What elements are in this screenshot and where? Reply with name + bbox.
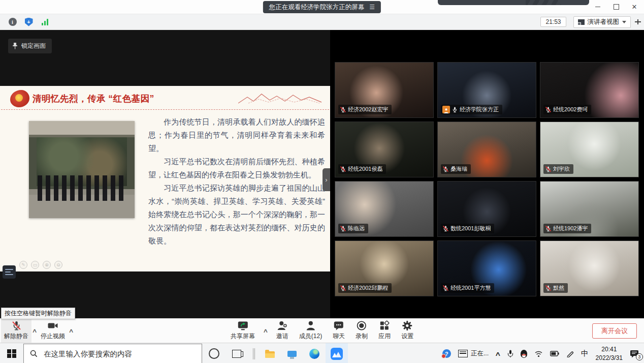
view-mode-button[interactable]: 演讲者视图 xyxy=(573,16,631,28)
viewer-banner-text: 您正在观看经济学院张方正的屏幕 xyxy=(269,3,365,11)
participant-video-tile[interactable]: 桑海瑞 xyxy=(437,122,536,177)
window-titlebar: 您正在观看经济学院张方正的屏幕 ☰ ✕ xyxy=(0,0,644,14)
microphone-icon xyxy=(507,350,513,358)
record-button[interactable]: 录制 xyxy=(352,319,371,343)
pencil-annotate-icon[interactable]: ✎ xyxy=(19,261,27,269)
mic-muted-icon xyxy=(340,225,346,232)
floating-toolbar-collapsed[interactable] xyxy=(438,0,589,5)
participant-video-tile[interactable]: 默然 xyxy=(540,240,639,296)
participant-video-tile[interactable]: 经济2002赵宏宇 xyxy=(335,62,434,118)
video-options-chevron[interactable]: ∧ xyxy=(67,327,76,334)
maximize-button[interactable] xyxy=(609,2,623,12)
participant-name: 经统2001平方慧 xyxy=(450,284,491,292)
network-tray-button[interactable] xyxy=(531,343,546,363)
invite-button[interactable]: 邀请 xyxy=(273,319,292,343)
members-icon xyxy=(305,320,316,331)
taskbar-clock[interactable]: 20:41 2022/3/31 xyxy=(593,343,626,363)
monitor-icon xyxy=(287,351,297,357)
windows-logo-icon xyxy=(7,349,16,358)
qq-tray-button[interactable] xyxy=(518,343,530,363)
leave-meeting-button[interactable]: 离开会议 xyxy=(592,323,637,339)
close-button[interactable]: ✕ xyxy=(628,2,641,12)
caret-down-icon xyxy=(622,21,626,23)
taskbar-search[interactable] xyxy=(23,344,202,363)
chat-button[interactable]: 聊天 xyxy=(330,319,348,343)
shape-annotate-icon[interactable]: ▭ xyxy=(31,261,39,269)
participant-video-tile[interactable]: 陈临远 xyxy=(335,181,434,237)
running-app-button[interactable]: 正在... xyxy=(455,343,492,363)
pin-view-button[interactable]: 锁定画面 xyxy=(8,39,52,53)
participant-name-tag: 经统2001平方慧 xyxy=(441,283,494,293)
participant-video-tile[interactable]: 经统1902潘宇 xyxy=(540,181,639,237)
members-button[interactable]: 成员(12) xyxy=(296,319,325,343)
zoom-in-icon[interactable]: ⊕ xyxy=(43,261,51,269)
stop-video-label: 停止视频 xyxy=(41,332,65,341)
participant-name-tag: 经济2002邱鹏程 xyxy=(338,283,392,293)
participant-video-tile[interactable]: 经统2001侯磊 xyxy=(335,122,434,177)
record-icon xyxy=(356,320,367,331)
slide-paragraph: 作为传统节日，清明承载着人们对故人的缅怀追思；作为春日里的节气，清明同样孕育着未… xyxy=(148,115,325,155)
file-explorer-button[interactable] xyxy=(259,343,281,363)
app-window-icon xyxy=(458,350,468,357)
task-view-button[interactable] xyxy=(226,343,248,363)
stop-video-button[interactable]: 停止视频 xyxy=(38,319,68,343)
notification-count-badge: 3 xyxy=(636,353,643,360)
participant-video-tile[interactable]: 经统2001平方慧 xyxy=(437,240,536,296)
slide-title: 清明忆先烈，传承 “红色基因” xyxy=(33,93,154,105)
participant-name: 经济2002邱鹏程 xyxy=(348,284,388,292)
this-pc-button[interactable] xyxy=(281,343,303,363)
more-menu-icon[interactable]: ☰ xyxy=(369,3,375,11)
participant-grid: 经济2002赵宏宇 经济学院张方正 xyxy=(330,30,644,296)
participant-name-tag: 经统2001侯磊 xyxy=(338,164,386,174)
tray-mic-button[interactable] xyxy=(504,343,517,363)
panel-expand-handle[interactable]: › xyxy=(323,168,330,191)
settings-button[interactable]: 设置 xyxy=(398,319,416,343)
meeting-toolbar: 按住空格键暂时解除静音 解除静音 ∧ 停止视频 ∧ xyxy=(0,318,644,343)
running-app-label: 正在... xyxy=(471,349,489,358)
share-screen-label: 共享屏幕 xyxy=(231,332,255,341)
slide-header: 清明忆先烈，传承 “红色基因” xyxy=(1,86,329,110)
help-tray-button[interactable]: ? xyxy=(439,343,454,363)
participant-video-tile[interactable]: 刘宇欣 xyxy=(540,122,639,177)
share-options-chevron[interactable]: ∧ xyxy=(261,327,270,334)
party-emblem-icon xyxy=(10,90,29,107)
zoom-out-icon[interactable]: ⊖ xyxy=(54,261,62,269)
tray-expand-button[interactable]: ∧ xyxy=(493,343,503,363)
share-screen-button[interactable]: 共享屏幕 xyxy=(228,319,258,343)
unmute-label: 解除静音 xyxy=(4,332,28,341)
participant-name: 经济2002赵宏宇 xyxy=(348,106,388,113)
edge-browser-button[interactable] xyxy=(303,343,326,363)
apps-button[interactable]: 应用 xyxy=(375,319,394,343)
minimize-button[interactable] xyxy=(591,2,604,12)
search-input[interactable] xyxy=(43,349,187,358)
participant-video-tile[interactable]: 经统2002费珂 xyxy=(540,62,639,118)
layout-view-icon xyxy=(578,19,585,25)
screen-viewing-banner[interactable]: 您正在观看经济学院张方正的屏幕 ☰ xyxy=(263,1,381,13)
participant-video-tile[interactable]: 经济学院张方正 xyxy=(437,62,536,118)
meeting-timer: 21:53 xyxy=(540,17,566,27)
meeting-app-button[interactable] xyxy=(326,343,348,363)
network-status-button[interactable] xyxy=(39,17,51,27)
ime-indicator[interactable]: 中 xyxy=(578,343,592,363)
search-icon xyxy=(30,350,38,357)
wifi-icon xyxy=(534,350,543,357)
participant-name-tag: 桑海瑞 xyxy=(441,164,471,174)
meeting-info-button[interactable]: i xyxy=(6,17,19,27)
participant-video-tile[interactable]: 经济2002邱鹏程 xyxy=(335,240,434,296)
toolbar-left-group: 解除静音 ∧ 停止视频 ∧ xyxy=(0,319,74,343)
slide-body: 作为传统节日，清明承载着人们对故人的缅怀追思；作为春日里的节气，清明同样孕育着未… xyxy=(0,109,330,271)
battery-tray-button[interactable] xyxy=(547,343,562,363)
participant-name-tag: 经济2002赵宏宇 xyxy=(338,105,392,114)
unmute-options-chevron[interactable]: ∧ xyxy=(30,327,39,334)
meeting-protect-button[interactable]: + xyxy=(22,17,35,27)
network-signal-icon xyxy=(42,19,48,25)
annotation-panel-toggle[interactable] xyxy=(3,265,16,279)
participant-video-tile[interactable]: 数统2001彭敬桐 xyxy=(437,181,536,237)
start-button[interactable] xyxy=(0,343,23,363)
main-content: 锁定画面 清明忆先烈，传承 “红色基因” 作为传统节日，清明承 xyxy=(0,30,644,318)
pen-tray-button[interactable] xyxy=(563,343,577,363)
record-label: 录制 xyxy=(356,332,368,341)
action-center-button[interactable]: 3 xyxy=(627,343,642,363)
unmute-button[interactable]: 解除静音 xyxy=(1,319,31,343)
cortana-button[interactable] xyxy=(202,343,226,363)
